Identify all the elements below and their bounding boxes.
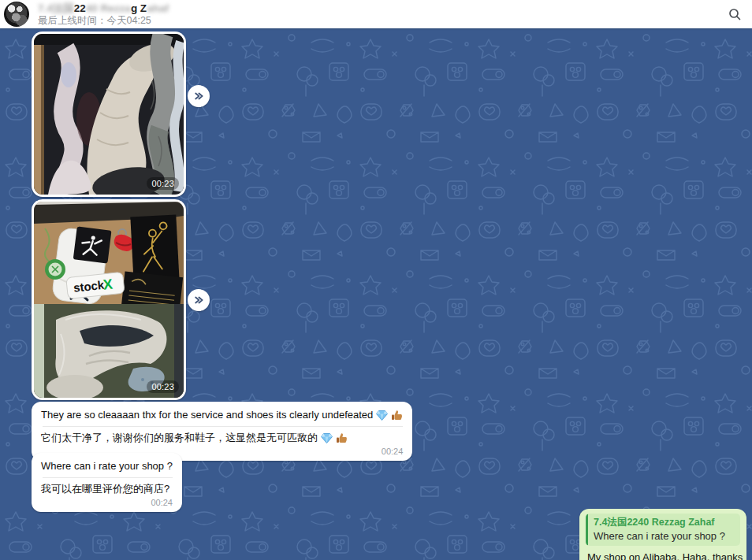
message-translated-text: 它们太干净了，谢谢你们的服务和鞋子，这显然是无可匹敌的 [41, 431, 403, 445]
gem-icon [321, 433, 333, 443]
chat-header-info: 7.4法国2240 Rezzag Zahaf 最后上线时间：今天04:25 [38, 2, 169, 27]
reply-quote[interactable]: 7.4法国2240 Rezzag Zahaf Where can i rate … [586, 514, 740, 546]
chat-title-part: 22 [74, 2, 86, 14]
outgoing-message[interactable]: 7.4法国2240 Rezzag Zahaf Where can i rate … [579, 509, 746, 560]
forward-icon [192, 90, 205, 102]
jumpman-logo [73, 226, 112, 263]
chat-title-part: Rezza [98, 2, 131, 14]
message-timestamp: 00:24 [41, 498, 173, 508]
svg-text:X: X [102, 276, 114, 293]
forward-icon [192, 294, 205, 306]
incoming-message-1[interactable]: They are so cleaaaan thx for the service… [32, 402, 412, 461]
gem-icon [376, 410, 388, 421]
photo-timestamp: 00:23 [147, 177, 179, 190]
thumbs-up-icon [336, 432, 348, 443]
last-seen-status: 最后上线时间：今天04:25 [38, 15, 169, 27]
thumbs-up-icon [391, 410, 403, 421]
message-translated-text: 我可以在哪里评价您的商店? [41, 482, 173, 496]
chat-title-part: ahaf [147, 2, 169, 14]
chat-title-part: g Z [131, 2, 147, 14]
photo-message-sneakers-closeup[interactable]: 00:23 [32, 32, 186, 197]
translation-divider [43, 477, 173, 478]
chat-title: 7.4法国2240 Rezzag Zahaf [38, 2, 169, 14]
search-button[interactable] [724, 3, 746, 25]
chat-area: 00:23 [0, 28, 752, 560]
message-original-text: Where can i rate your shop ? [41, 459, 173, 473]
photo-message-shoebox[interactable]: stock X 00:23 [32, 199, 186, 400]
search-icon [728, 7, 742, 21]
chat-title-part: 40 [86, 2, 98, 14]
forward-button[interactable] [188, 289, 210, 311]
outgoing-message-text: My shop on Alibaba. Haha, thanks [586, 551, 740, 560]
incoming-message-2[interactable]: Where can i rate your shop ? 我可以在哪里评价您的商… [32, 453, 182, 512]
forward-button[interactable] [188, 85, 210, 107]
photo-shoebox-contents: stock X [34, 202, 184, 398]
reply-quote-author: 7.4法国2240 Rezzag Zahaf [594, 516, 734, 529]
chat-window: 7.4法国2240 Rezzag Zahaf 最后上线时间：今天04:25 [0, 0, 752, 560]
photo-timestamp: 00:23 [147, 380, 179, 393]
photo-sneakers-closeup [34, 34, 184, 195]
avatar[interactable] [4, 2, 29, 27]
chat-title-part: 7.4法国 [38, 2, 74, 14]
translation-divider [43, 426, 403, 427]
chat-header: 7.4法国2240 Rezzag Zahaf 最后上线时间：今天04:25 [0, 0, 752, 28]
message-original-text: They are so cleaaaan thx for the service… [41, 408, 403, 422]
reply-quote-text: Where can i rate your shop ? [594, 529, 734, 543]
